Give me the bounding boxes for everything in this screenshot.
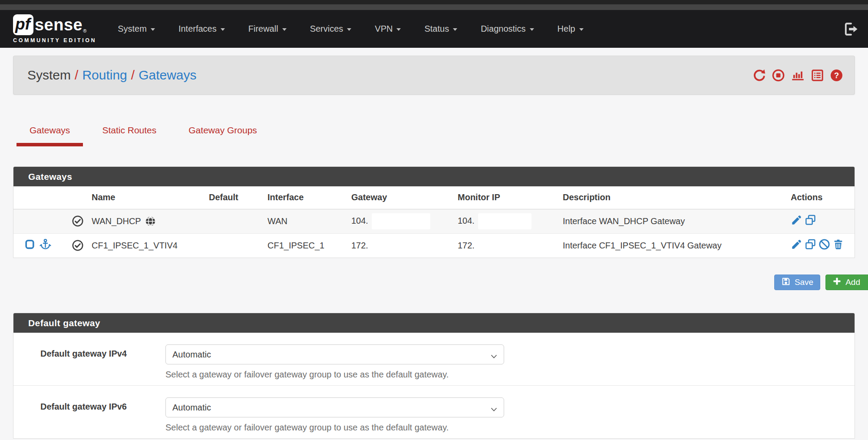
nav-item-services[interactable]: Services [298, 10, 363, 48]
col-default: Default [209, 186, 267, 209]
help-icon[interactable]: ? [830, 69, 843, 82]
col-actions: Actions [791, 186, 855, 209]
breadcrumb-separator: / [71, 68, 82, 82]
chevron-down-icon [151, 28, 155, 31]
breadcrumb-link-routing[interactable]: Routing [82, 68, 127, 82]
gateways-panel: Gateways Name Default Interface Gateway … [13, 166, 855, 258]
floppy-icon [781, 277, 791, 288]
default-gateway-ipv6-label: Default gateway IPv6 [40, 397, 165, 433]
gateway-address: 104. [351, 215, 368, 225]
default-gateway-ipv4-help: Select a gateway or failover gateway gro… [165, 370, 504, 380]
square-icon[interactable] [25, 239, 35, 252]
chevron-down-icon [579, 28, 584, 31]
edit-icon[interactable] [791, 238, 802, 252]
monitor-ip: 104. [458, 215, 475, 225]
gateway-address: 172. [351, 233, 458, 258]
nav-item-status[interactable]: Status [413, 10, 469, 48]
nav-item-vpn[interactable]: VPN [363, 10, 413, 48]
breadcrumb-actions: ? [752, 69, 843, 82]
breadcrumb-separator: / [127, 68, 139, 82]
pfsense-logo[interactable]: pf sense ® COMMUNITY EDITION [13, 14, 96, 43]
gateways-panel-title: Gateways [13, 167, 855, 186]
redacted-value [372, 213, 430, 229]
edit-icon[interactable] [791, 214, 802, 228]
secondary-strip [0, 4, 868, 10]
tab-gateways[interactable]: Gateways [17, 125, 83, 146]
breadcrumb-section: System [27, 68, 71, 82]
col-name: Name [92, 186, 209, 209]
copy-icon[interactable] [805, 214, 816, 228]
default-gateway-panel: Default gateway Default gateway IPv4 Aut… [13, 313, 855, 439]
refresh-icon[interactable] [752, 69, 766, 82]
default-gateway-ipv6-help: Select a gateway or failover gateway gro… [165, 423, 504, 433]
tab-gateway-groups[interactable]: Gateway Groups [175, 125, 270, 146]
col-gateway: Gateway [351, 186, 458, 209]
registered-mark: ® [83, 28, 86, 33]
copy-icon[interactable] [805, 238, 816, 252]
chevron-down-icon [396, 28, 401, 31]
tab-bar: Gateways Static Routes Gateway Groups [13, 125, 855, 146]
default-gateway-ipv4-label: Default gateway IPv4 [40, 344, 165, 380]
ban-icon[interactable] [818, 238, 830, 252]
redacted-value [478, 213, 531, 229]
check-circle-icon [63, 209, 92, 233]
col-interface: Interface [267, 186, 351, 209]
stop-circle-icon[interactable] [772, 69, 785, 82]
breadcrumb-link-gateways[interactable]: Gateways [139, 68, 196, 82]
bar-chart-icon[interactable] [791, 69, 805, 82]
chevron-down-icon [282, 28, 287, 31]
svg-text:?: ? [834, 70, 839, 79]
plus-icon [832, 277, 842, 288]
default-gateway-ipv4-select[interactable]: Automatic [165, 344, 504, 364]
gateway-name: CF1_IPSEC_1_VTIV4 [92, 233, 209, 258]
nav-menu: System Interfaces Firewall Services VPN … [106, 10, 595, 48]
logo-edition-text: COMMUNITY EDITION [13, 37, 96, 43]
table-row: CF1_IPSEC_1_VTIV4 CF1_IPSEC_1 172. 172. … [13, 233, 855, 258]
chevron-down-icon [221, 28, 225, 31]
logo-pf-badge: pf [13, 14, 33, 35]
anchor-icon [40, 238, 51, 252]
gateways-table: Name Default Interface Gateway Monitor I… [13, 186, 855, 258]
col-description: Description [563, 186, 791, 209]
monitor-ip: 172. [458, 233, 563, 258]
default-gateway-ipv6-group: Default gateway IPv6 Automatic Select a … [13, 386, 855, 438]
nav-item-system[interactable]: System [106, 10, 167, 48]
nav-item-diagnostics[interactable]: Diagnostics [469, 10, 545, 48]
table-buttons: Save Add [13, 275, 855, 290]
breadcrumb-bar: System/Routing/Gateways [13, 56, 855, 95]
log-list-icon[interactable] [811, 69, 824, 82]
navbar: pf sense ® COMMUNITY EDITION System Inte… [0, 10, 868, 48]
logo-sense-text: sense [35, 16, 83, 34]
gateway-name: WAN_DHCP [92, 216, 141, 226]
gateway-interface: CF1_IPSEC_1 [267, 233, 351, 258]
trash-icon[interactable] [832, 238, 844, 252]
row-actions [791, 214, 855, 228]
table-row: WAN_DHCP WAN 104. 104. [13, 209, 855, 233]
col-monitor-ip: Monitor IP [458, 186, 563, 209]
gateway-default [209, 209, 267, 233]
save-button[interactable]: Save [774, 275, 820, 290]
sign-out-icon[interactable] [844, 22, 858, 36]
gateway-default [209, 233, 267, 258]
gateway-interface: WAN [267, 209, 351, 233]
gateway-description: Interface WAN_DHCP Gateway [563, 209, 791, 233]
table-header-row: Name Default Interface Gateway Monitor I… [13, 186, 855, 209]
row-actions [791, 238, 855, 252]
chevron-down-icon [347, 28, 351, 31]
default-gateway-panel-title: Default gateway [13, 313, 855, 333]
tab-static-routes[interactable]: Static Routes [89, 125, 169, 146]
chevron-down-icon [530, 28, 534, 31]
breadcrumb: System/Routing/Gateways [27, 68, 197, 83]
gateway-description: Interface CF1_IPSEC_1_VTIV4 Gateway [563, 233, 791, 258]
chevron-down-icon [453, 28, 457, 31]
default-gateway-ipv4-group: Default gateway IPv4 Automatic Select a … [13, 333, 855, 386]
globe-icon [145, 215, 156, 227]
top-strip [0, 0, 868, 4]
nav-item-interfaces[interactable]: Interfaces [167, 10, 237, 48]
add-button[interactable]: Add [825, 275, 868, 290]
nav-item-firewall[interactable]: Firewall [237, 10, 298, 48]
default-gateway-ipv6-select[interactable]: Automatic [165, 397, 504, 417]
nav-item-help[interactable]: Help [546, 10, 595, 48]
check-circle-icon [63, 233, 92, 258]
